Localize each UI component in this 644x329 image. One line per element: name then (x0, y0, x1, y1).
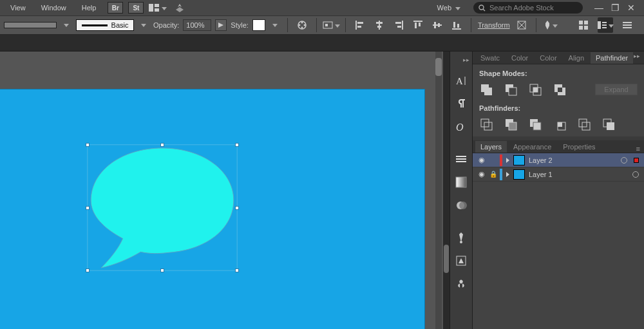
tab-layers[interactable]: Layers (475, 141, 507, 153)
target-icon[interactable] (621, 157, 627, 164)
tab-appearance[interactable]: Appearance (508, 141, 556, 153)
opentype-panel-icon[interactable]: O (452, 118, 470, 135)
pin-icon[interactable] (543, 17, 558, 33)
svg-rect-33 (579, 21, 583, 24)
handle-se[interactable] (235, 268, 239, 272)
layer-row[interactable]: ◉ 🔒 Layer 1 (473, 167, 644, 182)
align-left-icon[interactable] (352, 17, 368, 33)
opacity-field[interactable]: 100% (183, 19, 211, 31)
minus-back-icon[interactable] (601, 117, 616, 131)
outline-icon[interactable] (577, 117, 591, 131)
restore-icon[interactable]: ❐ (611, 3, 620, 12)
target-icon[interactable] (632, 171, 639, 178)
collapse-panels-icon[interactable]: ▸▸ (634, 53, 640, 59)
svg-rect-70 (533, 122, 541, 130)
handle-s[interactable] (160, 268, 164, 272)
artboard[interactable] (0, 89, 425, 329)
selection-bounds[interactable] (88, 145, 237, 270)
layer-name[interactable]: Layer 2 (529, 156, 553, 164)
handle-nw[interactable] (86, 143, 90, 147)
stock-icon[interactable]: St (128, 2, 144, 14)
divide-icon[interactable] (479, 117, 493, 131)
gpu-preview-icon[interactable] (172, 2, 187, 14)
workspace-switcher[interactable]: Web (432, 2, 466, 14)
tab-pathfinder[interactable]: Pathfinder (591, 52, 633, 64)
align-to-dropdown-icon[interactable] (323, 17, 339, 33)
lock-icon[interactable]: 🔒 (489, 171, 496, 178)
bridge-icon[interactable]: Br (108, 2, 123, 14)
layer-row[interactable]: ◉ Layer 2 (473, 153, 644, 167)
align-hcenter-icon[interactable] (372, 17, 387, 33)
handle-n[interactable] (160, 143, 164, 147)
align-top-icon[interactable] (410, 17, 426, 33)
layer-name[interactable]: Layer 1 (529, 171, 553, 178)
brush-definition[interactable]: Basic (76, 19, 134, 31)
transparency-panel-icon[interactable] (452, 197, 470, 214)
recolor-artwork-icon[interactable] (294, 17, 310, 33)
unite-icon[interactable] (479, 82, 493, 97)
panel-menu-icon[interactable] (620, 17, 635, 33)
visibility-icon[interactable]: ◉ (478, 170, 486, 178)
menu-help[interactable]: Help (75, 2, 103, 14)
tab-colorguide[interactable]: Color (535, 52, 562, 64)
svg-rect-64 (558, 88, 562, 92)
transform-link[interactable]: Transform (478, 21, 510, 29)
tab-align[interactable]: Align (564, 52, 589, 64)
style-dropdown-icon[interactable] (269, 19, 281, 31)
align-right-icon[interactable] (391, 17, 406, 33)
svg-rect-40 (602, 27, 607, 28)
speech-bubble-shape[interactable] (88, 146, 236, 270)
svg-rect-37 (598, 21, 601, 29)
exclude-icon[interactable] (553, 82, 567, 97)
brush-dropdown-icon[interactable] (138, 19, 149, 31)
canvas-area[interactable] (0, 52, 443, 329)
svg-point-9 (298, 24, 300, 26)
brushes-panel-icon[interactable] (452, 229, 470, 246)
fill-swatch[interactable] (4, 22, 57, 28)
align-bottom-icon[interactable] (449, 17, 464, 33)
arrange-documents-icon[interactable] (150, 2, 166, 14)
handle-sw[interactable] (86, 268, 90, 272)
essentials-panel-icon[interactable] (598, 17, 613, 33)
handle-e[interactable] (235, 206, 239, 210)
layer-disclosure-icon[interactable] (506, 158, 509, 163)
close-icon[interactable]: ✕ (627, 3, 635, 12)
layers-panel-menu-icon[interactable]: ≡ (636, 145, 640, 153)
fill-dropdown-icon[interactable] (61, 19, 72, 31)
merge-icon[interactable] (528, 117, 542, 131)
minus-front-icon[interactable] (504, 82, 518, 97)
layer-disclosure-icon[interactable] (506, 172, 509, 177)
symbols-panel-icon[interactable] (452, 252, 470, 269)
minimize-icon[interactable]: — (594, 3, 603, 12)
stock-search[interactable]: Search Adobe Stock (473, 2, 583, 14)
svg-rect-39 (602, 24, 607, 26)
svg-rect-29 (457, 24, 459, 28)
svg-rect-26 (438, 23, 440, 27)
character-panel-icon[interactable]: A (452, 72, 470, 89)
gradient-panel-icon[interactable] (452, 174, 470, 191)
symbol-sprayer-panel-icon[interactable] (452, 276, 470, 292)
selection-indicator[interactable] (634, 158, 639, 163)
grid-icon[interactable] (576, 17, 591, 33)
tab-color[interactable]: Color (506, 52, 533, 64)
isolate-icon[interactable] (514, 17, 529, 33)
tab-swatches[interactable]: Swatc (475, 52, 505, 64)
canvas-vscrollbar[interactable] (435, 52, 442, 329)
graphic-style-swatch[interactable] (252, 19, 265, 31)
opacity-arrow-icon[interactable] (215, 19, 227, 31)
paragraph-panel-icon[interactable] (452, 95, 470, 112)
stroke-panel-icon[interactable] (452, 151, 470, 167)
expand-strip-icon[interactable]: ▸▸ (463, 57, 469, 63)
menu-window[interactable]: Window (35, 2, 73, 14)
menu-bar: View Window Help Br St Web Search Adobe … (0, 0, 644, 15)
visibility-icon[interactable]: ◉ (478, 156, 486, 164)
intersect-icon[interactable] (528, 82, 542, 97)
tab-properties[interactable]: Properties (558, 141, 600, 153)
trim-icon[interactable] (504, 117, 518, 131)
panel-gutter[interactable] (443, 52, 450, 329)
handle-w[interactable] (86, 206, 90, 210)
menu-view[interactable]: View (4, 2, 32, 14)
align-vcenter-icon[interactable] (430, 17, 445, 33)
handle-ne[interactable] (235, 143, 239, 147)
crop-icon[interactable] (553, 117, 567, 131)
